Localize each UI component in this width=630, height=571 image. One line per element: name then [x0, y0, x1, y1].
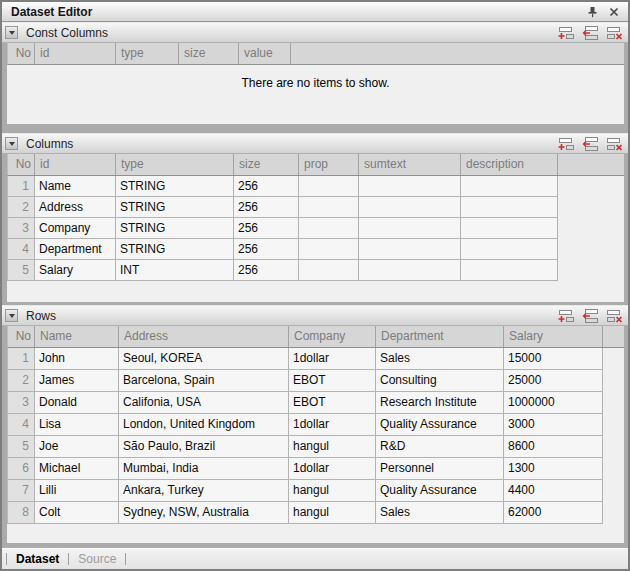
data-cell[interactable]: Company — [35, 218, 116, 239]
data-cell[interactable]: 4400 — [504, 480, 603, 502]
pin-icon[interactable] — [584, 4, 600, 19]
data-cell[interactable]: 256 — [234, 239, 299, 260]
column-header[interactable]: No — [8, 43, 35, 64]
data-cell[interactable]: 1000000 — [504, 392, 603, 414]
column-header[interactable]: sumtext — [359, 154, 461, 175]
data-cell[interactable]: Research Institute — [376, 392, 504, 414]
data-cell[interactable]: hangul — [289, 436, 376, 458]
data-cell[interactable]: Barcelona, Spain — [119, 370, 289, 392]
data-cell[interactable] — [461, 239, 558, 260]
data-cell[interactable] — [299, 218, 359, 239]
column-header[interactable]: id — [35, 43, 116, 64]
close-icon[interactable] — [606, 4, 622, 19]
data-cell[interactable]: Seoul, KOREA — [119, 348, 289, 370]
data-cell[interactable]: 1dollar — [289, 348, 376, 370]
column-header[interactable]: size — [234, 154, 299, 175]
data-cell[interactable]: STRING — [116, 176, 234, 197]
column-header[interactable]: size — [179, 43, 239, 64]
delete-row-icon[interactable] — [605, 136, 623, 151]
data-cell[interactable]: São Paulo, Brazil — [119, 436, 289, 458]
column-header[interactable]: No — [8, 154, 35, 175]
data-cell[interactable]: Sales — [376, 348, 504, 370]
data-cell[interactable] — [359, 176, 461, 197]
data-cell[interactable]: London, United Kingdom — [119, 414, 289, 436]
insert-row-icon[interactable] — [581, 308, 599, 323]
data-cell[interactable]: Lilli — [35, 480, 119, 502]
data-cell[interactable] — [461, 197, 558, 218]
data-cell[interactable]: 25000 — [504, 370, 603, 392]
data-cell[interactable] — [359, 239, 461, 260]
data-cell[interactable]: Consulting — [376, 370, 504, 392]
data-cell[interactable]: INT — [116, 260, 234, 281]
data-cell[interactable]: hangul — [289, 480, 376, 502]
data-cell[interactable] — [299, 197, 359, 218]
data-cell[interactable]: Personnel — [376, 458, 504, 480]
data-cell[interactable] — [461, 260, 558, 281]
data-cell[interactable]: Sydney, NSW, Australia — [119, 502, 289, 524]
add-row-icon[interactable] — [557, 136, 575, 151]
data-cell[interactable]: 15000 — [504, 348, 603, 370]
collapse-toggle-icon[interactable] — [5, 26, 18, 39]
data-cell[interactable]: 8600 — [504, 436, 603, 458]
data-cell[interactable]: 1300 — [504, 458, 603, 480]
data-cell[interactable]: Joe — [35, 436, 119, 458]
column-header[interactable]: prop — [299, 154, 359, 175]
column-header[interactable]: Department — [376, 326, 504, 347]
data-cell[interactable]: 3000 — [504, 414, 603, 436]
data-cell[interactable]: Name — [35, 176, 116, 197]
data-cell[interactable]: Donald — [35, 392, 119, 414]
insert-row-icon[interactable] — [581, 25, 599, 40]
column-header[interactable]: type — [116, 154, 234, 175]
data-cell[interactable]: Michael — [35, 458, 119, 480]
data-cell[interactable]: Sales — [376, 502, 504, 524]
data-cell[interactable]: hangul — [289, 502, 376, 524]
data-cell[interactable]: 256 — [234, 218, 299, 239]
column-header[interactable]: id — [35, 154, 116, 175]
data-cell[interactable]: Ankara, Turkey — [119, 480, 289, 502]
data-cell[interactable] — [461, 176, 558, 197]
data-cell[interactable]: R&D — [376, 436, 504, 458]
delete-row-icon[interactable] — [605, 308, 623, 323]
data-cell[interactable]: Califonia, USA — [119, 392, 289, 414]
data-cell[interactable] — [359, 218, 461, 239]
data-cell[interactable]: Address — [35, 197, 116, 218]
column-header[interactable]: description — [461, 154, 558, 175]
data-cell[interactable]: 256 — [234, 197, 299, 218]
data-cell[interactable]: STRING — [116, 239, 234, 260]
tab-dataset[interactable]: Dataset — [7, 552, 68, 566]
data-cell[interactable]: STRING — [116, 218, 234, 239]
data-cell[interactable] — [461, 218, 558, 239]
insert-row-icon[interactable] — [581, 136, 599, 151]
delete-row-icon[interactable] — [605, 25, 623, 40]
column-header[interactable]: Salary — [504, 326, 603, 347]
data-cell[interactable] — [299, 176, 359, 197]
data-cell[interactable]: 1dollar — [289, 414, 376, 436]
column-header[interactable]: Name — [35, 326, 119, 347]
data-cell[interactable]: James — [35, 370, 119, 392]
column-header[interactable]: Address — [119, 326, 289, 347]
data-cell[interactable] — [359, 197, 461, 218]
data-cell[interactable] — [299, 239, 359, 260]
data-cell[interactable]: 1dollar — [289, 458, 376, 480]
data-cell[interactable]: Quality Assurance — [376, 480, 504, 502]
data-cell[interactable]: Salary — [35, 260, 116, 281]
data-cell[interactable]: EBOT — [289, 370, 376, 392]
data-cell[interactable]: John — [35, 348, 119, 370]
add-row-icon[interactable] — [557, 308, 575, 323]
data-cell[interactable] — [299, 260, 359, 281]
data-cell[interactable]: 256 — [234, 260, 299, 281]
add-row-icon[interactable] — [557, 25, 575, 40]
collapse-toggle-icon[interactable] — [5, 309, 18, 322]
data-cell[interactable]: Mumbai, India — [119, 458, 289, 480]
data-cell[interactable]: Colt — [35, 502, 119, 524]
data-cell[interactable]: STRING — [116, 197, 234, 218]
data-cell[interactable]: Lisa — [35, 414, 119, 436]
column-header[interactable]: Company — [289, 326, 376, 347]
collapse-toggle-icon[interactable] — [5, 137, 18, 150]
data-cell[interactable]: Quality Assurance — [376, 414, 504, 436]
tab-source[interactable]: Source — [69, 552, 125, 566]
data-cell[interactable]: 256 — [234, 176, 299, 197]
data-cell[interactable]: EBOT — [289, 392, 376, 414]
data-cell[interactable]: Department — [35, 239, 116, 260]
column-header[interactable]: value — [239, 43, 291, 64]
